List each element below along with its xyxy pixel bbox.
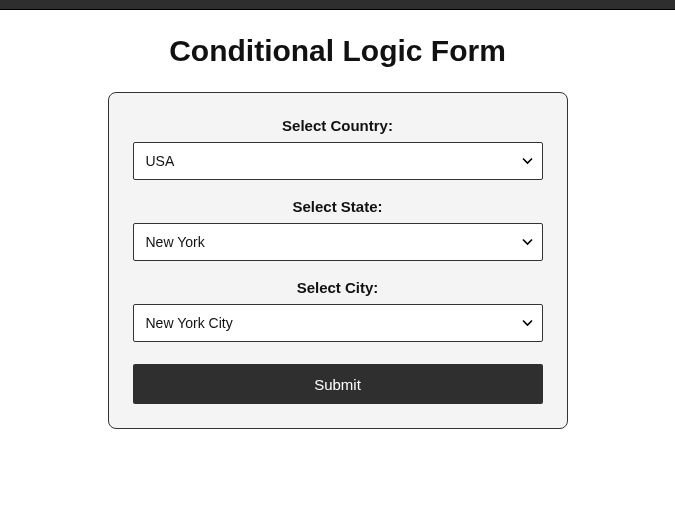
submit-button[interactable]: Submit xyxy=(133,364,543,404)
city-select[interactable]: New York City xyxy=(133,304,543,342)
page-title: Conditional Logic Form xyxy=(0,34,675,68)
country-select[interactable]: USA xyxy=(133,142,543,180)
state-select[interactable]: New York xyxy=(133,223,543,261)
city-select-wrap: New York City xyxy=(133,304,543,342)
country-label: Select Country: xyxy=(133,117,543,134)
country-select-wrap: USA xyxy=(133,142,543,180)
state-select-wrap: New York xyxy=(133,223,543,261)
top-bar xyxy=(0,0,675,10)
state-label: Select State: xyxy=(133,198,543,215)
city-label: Select City: xyxy=(133,279,543,296)
form-container: Select Country: USA Select State: New Yo… xyxy=(108,92,568,429)
